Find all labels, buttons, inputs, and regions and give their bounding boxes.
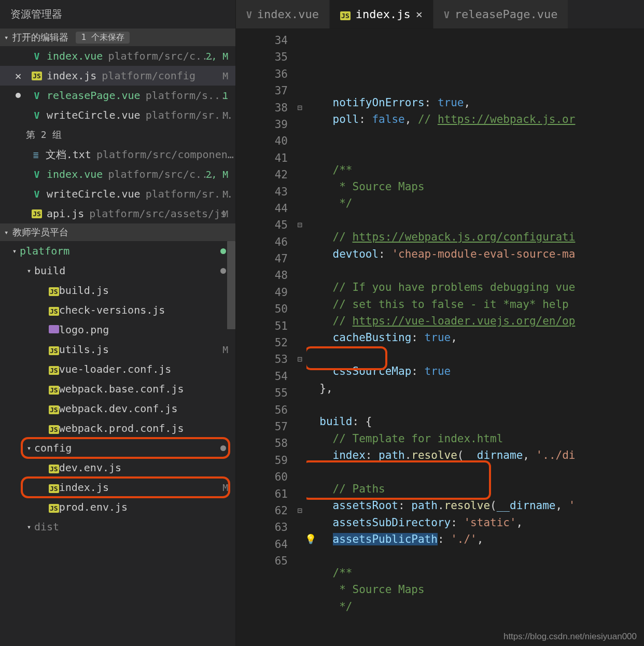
code-line[interactable]: // set this to false - it *may* help bbox=[306, 296, 644, 313]
code-line[interactable]: /** bbox=[306, 162, 644, 178]
js-icon: JS bbox=[49, 405, 59, 414]
file-item[interactable]: JSbuild.js bbox=[0, 280, 235, 300]
tab-label: releasePage.vue bbox=[455, 8, 558, 21]
tree-item-name: utils.js bbox=[59, 343, 109, 356]
explorer-sidebar: 资源管理器 ▾ 打开的编辑器 1 个未保存 Vindex.vueplatform… bbox=[0, 0, 236, 646]
code-line[interactable] bbox=[306, 548, 644, 565]
open-editor-item[interactable]: ≣文档.txtplatform/src/components bbox=[0, 145, 235, 164]
editor-tab[interactable]: JSindex.js× bbox=[330, 0, 433, 29]
code-line[interactable]: assetsSubDirectory: 'static', bbox=[306, 514, 644, 531]
code-line[interactable]: // If you have problems debugging vue bbox=[306, 279, 644, 296]
code-line[interactable]: * Source Maps bbox=[306, 178, 644, 195]
open-editor-item[interactable]: VreleasePage.vueplatform/s...1 bbox=[0, 86, 235, 105]
code-line[interactable] bbox=[306, 145, 644, 161]
js-icon: JS bbox=[340, 11, 351, 20]
text-icon: ≣ bbox=[33, 149, 39, 160]
file-status: M bbox=[222, 110, 228, 121]
fold-column: ⊟⊟⊟⊟ bbox=[293, 29, 306, 646]
js-icon: JS bbox=[32, 209, 42, 218]
code-line[interactable]: cssSourceMap: true bbox=[306, 363, 644, 380]
open-editor-item[interactable]: Vindex.vueplatform/src/c...2, M bbox=[0, 164, 235, 184]
folder-name: 教师学员平台 bbox=[12, 226, 68, 238]
code-line[interactable]: // https://vue-loader.vuejs.org/en/op bbox=[306, 313, 644, 329]
folder-header[interactable]: ▾ 教师学员平台 bbox=[0, 223, 235, 241]
file-path: platform/src/c... bbox=[108, 50, 214, 62]
file-name: 文档.txt bbox=[46, 148, 91, 162]
open-editors-header[interactable]: ▾ 打开的编辑器 1 个未保存 bbox=[0, 29, 235, 46]
code-line[interactable] bbox=[306, 615, 644, 631]
open-editor-item[interactable]: JSapi.jsplatform/src/assets/jsM bbox=[0, 204, 235, 223]
file-item[interactable]: JSprod.env.js bbox=[0, 497, 235, 517]
code-content[interactable]: notifyOnErrors: true, poll: false, // ht… bbox=[306, 29, 644, 646]
close-icon[interactable]: × bbox=[15, 69, 21, 82]
file-item[interactable]: JSindex.jsM bbox=[0, 478, 235, 497]
file-item[interactable]: JSwebpack.dev.conf.js bbox=[0, 399, 235, 418]
code-line[interactable]: // Template for index.html bbox=[306, 430, 644, 447]
code-line[interactable]: * Source Maps bbox=[306, 581, 644, 598]
file-item[interactable]: JSwebpack.prod.conf.js bbox=[0, 418, 235, 438]
tab-label: index.js bbox=[356, 8, 411, 21]
tree-item-name: config bbox=[34, 442, 72, 454]
code-line[interactable]: build: { bbox=[306, 413, 644, 430]
file-item[interactable]: JSutils.jsM bbox=[0, 340, 235, 359]
js-icon: JS bbox=[49, 504, 59, 513]
open-editor-item[interactable]: Vindex.vueplatform/src/c...2, M bbox=[0, 46, 235, 66]
vue-icon: V bbox=[34, 90, 40, 101]
image-icon bbox=[49, 325, 59, 333]
editor-tab[interactable]: Vindex.vue bbox=[236, 0, 330, 29]
lightbulb-icon[interactable]: 💡 bbox=[306, 531, 316, 547]
code-line[interactable]: */ bbox=[306, 598, 644, 615]
open-editors-label: 打开的编辑器 bbox=[12, 31, 68, 44]
code-line[interactable] bbox=[306, 346, 644, 363]
file-path: platform/src/components bbox=[96, 148, 235, 161]
code-line[interactable] bbox=[306, 464, 644, 481]
chevron-down-icon: ▾ bbox=[9, 247, 20, 255]
code-line[interactable] bbox=[306, 397, 644, 413]
code-line[interactable]: // https://webpack.js.org/configurati bbox=[306, 229, 644, 245]
folder-item[interactable]: ▾build bbox=[0, 261, 235, 280]
editor-area: Vindex.vueJSindex.js×VreleasePage.vue 34… bbox=[236, 0, 644, 646]
code-line[interactable]: // Paths bbox=[306, 481, 644, 497]
file-path: platform/sr... bbox=[146, 188, 233, 200]
file-status: M bbox=[222, 482, 228, 493]
open-editor-item[interactable]: VwriteCircle.vueplatform/sr...M bbox=[0, 105, 235, 125]
chevron-down-icon: ▾ bbox=[24, 266, 34, 275]
folder-item[interactable]: ▾config bbox=[0, 438, 235, 458]
file-item[interactable]: JSdev.env.js bbox=[0, 458, 235, 478]
editor-tab[interactable]: VreleasePage.vue bbox=[433, 0, 569, 29]
code-line[interactable]: notifyOnErrors: true, bbox=[306, 94, 644, 111]
tree-item-name: dist bbox=[34, 521, 59, 533]
folder-item[interactable]: ▾platform bbox=[0, 241, 235, 261]
file-item[interactable]: JSwebpack.base.conf.js bbox=[0, 379, 235, 399]
open-editor-item[interactable]: ×JSindex.jsplatform/configM bbox=[0, 66, 235, 86]
tab-bar: Vindex.vueJSindex.js×VreleasePage.vue bbox=[236, 0, 644, 29]
code-line[interactable]: index: path.resolve(__dirname, '../di bbox=[306, 447, 644, 464]
explorer-title: 资源管理器 bbox=[0, 0, 235, 29]
js-icon: JS bbox=[49, 484, 59, 493]
vue-icon: V bbox=[34, 169, 40, 180]
code-line[interactable]: /** bbox=[306, 565, 644, 581]
code-line[interactable] bbox=[306, 262, 644, 279]
code-line[interactable]: cacheBusting: true, bbox=[306, 329, 644, 346]
code-line[interactable] bbox=[306, 212, 644, 229]
file-item[interactable]: JSvue-loader.conf.js bbox=[0, 359, 235, 379]
code-editor[interactable]: 3435363738394041424344454647484950515253… bbox=[236, 29, 644, 646]
tree-item-name: build bbox=[34, 264, 65, 277]
file-item[interactable]: logo.png bbox=[0, 320, 235, 340]
code-line[interactable]: devtool: 'cheap-module-eval-source-ma bbox=[306, 246, 644, 262]
code-line[interactable]: poll: false, // https://webpack.js.or bbox=[306, 111, 644, 128]
group-2-label: 第 2 组 bbox=[0, 125, 235, 145]
code-line[interactable]: assetsRoot: path.resolve(__dirname, ' bbox=[306, 497, 644, 514]
code-line[interactable] bbox=[306, 128, 644, 145]
file-item[interactable]: JScheck-versions.js bbox=[0, 300, 235, 320]
open-editor-item[interactable]: VwriteCircle.vueplatform/sr...M bbox=[0, 184, 235, 204]
code-line[interactable]: */ bbox=[306, 195, 644, 212]
close-icon[interactable]: × bbox=[416, 8, 423, 21]
file-name: index.vue bbox=[47, 168, 103, 180]
code-line[interactable]: }, bbox=[306, 380, 644, 397]
tab-label: index.vue bbox=[257, 8, 319, 21]
code-line[interactable]: 💡 assetsPublicPath: './', bbox=[306, 531, 644, 547]
js-icon: JS bbox=[49, 465, 59, 473]
tree-item-name: prod.env.js bbox=[59, 501, 128, 513]
folder-item[interactable]: ▾dist bbox=[0, 517, 235, 537]
